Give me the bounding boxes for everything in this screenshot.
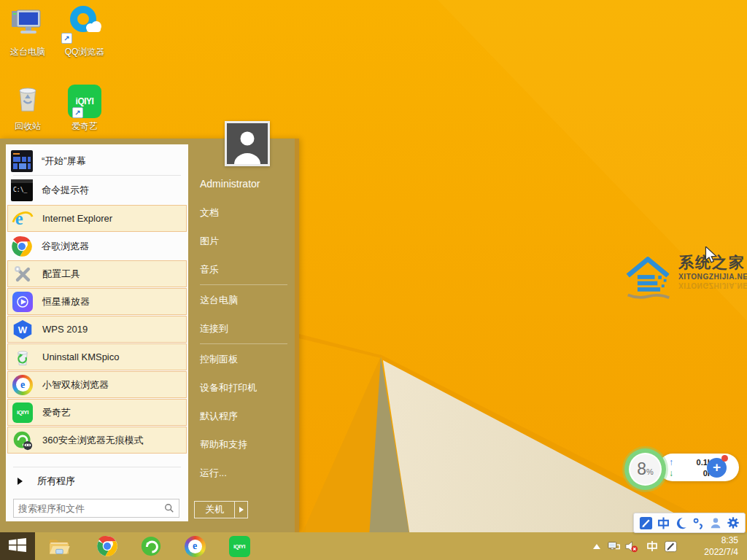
memory-usage-ball[interactable]: 8% — [624, 448, 666, 490]
ime-input-pen-icon[interactable] — [638, 516, 653, 530]
svg-text:W: W — [18, 324, 28, 335]
taskbar-chrome[interactable] — [96, 535, 118, 557]
uninstall-trash-icon — [12, 346, 34, 368]
menu-item-connect-to[interactable]: 连接到 — [200, 322, 228, 335]
ime-punctuation-icon[interactable] — [691, 516, 705, 530]
menu-item-documents[interactable]: 文档 — [200, 206, 219, 219]
start-menu-item-wps-2019[interactable]: W WPS 2019 — [7, 316, 187, 343]
menu-item-default-programs[interactable]: 默认程序 — [200, 410, 238, 423]
volume-muted-tray-icon[interactable] — [624, 532, 638, 560]
desktop-icon-recycle-bin[interactable]: 回收站 — [0, 82, 55, 133]
ime-toolbar — [633, 513, 746, 533]
percent-sign: % — [646, 467, 654, 476]
menu-divider — [200, 284, 287, 285]
taskbar-file-explorer[interactable] — [48, 535, 70, 557]
shutdown-button[interactable]: 关机 — [194, 501, 235, 518]
ime-chinese-tray-indicator[interactable] — [645, 532, 659, 560]
menu-item-pictures[interactable]: 图片 — [200, 235, 219, 248]
taskbar-iqiyi[interactable]: iQIYI — [228, 535, 250, 557]
notification-dot — [721, 455, 728, 462]
ime-chinese-mode-icon[interactable] — [656, 516, 670, 530]
search-icon[interactable] — [164, 503, 179, 513]
plus-icon: + — [713, 460, 721, 474]
start-menu-item-config-tools[interactable]: 配置工具 — [7, 260, 187, 287]
user-name[interactable]: Administrator — [200, 178, 260, 191]
right-arrow-icon — [239, 507, 244, 513]
xitongzhijia-logo-icon — [624, 254, 673, 302]
menu-item-control-panel[interactable]: 控制面板 — [200, 353, 238, 366]
start-menu-item-360-incognito[interactable]: 360安全浏览器无痕模式 — [7, 427, 187, 454]
wrench-tools-icon — [12, 263, 34, 285]
iqiyi-icon: iQIYI — [12, 402, 34, 424]
start-menu-item-start-screen[interactable]: “开始”屏幕 — [7, 147, 187, 174]
touch-keyboard-tray-icon[interactable] — [662, 532, 678, 560]
desktop-icon-iqiyi[interactable]: iQIYI ↗ 爱奇艺 — [57, 82, 112, 133]
start-menu-item-iqiyi[interactable]: iQIYI 爱奇艺 — [7, 399, 187, 426]
network-tray-icon[interactable] — [607, 532, 622, 560]
start-menu-item-stellar-player[interactable]: 恒星播放器 — [7, 288, 187, 315]
360-browser-incognito-icon — [12, 429, 34, 451]
mouse-cursor — [705, 246, 719, 266]
start-menu-item-chrome[interactable]: 谷歌浏览器 — [7, 233, 187, 260]
desktop-icon-qq-browser[interactable]: ↗ QQ浏览器 — [57, 7, 112, 58]
svg-text:C:\_: C:\_ — [13, 187, 27, 193]
wps-icon: W — [12, 319, 34, 341]
start-menu: “开始”屏幕 C:\_ 命令提示符 e Internet Explor — [0, 139, 299, 532]
menu-item-help-support[interactable]: 帮助和支持 — [200, 438, 247, 451]
desktop-icon-this-pc[interactable]: 这台电脑 — [0, 7, 55, 58]
shortcut-arrow-icon: ↗ — [61, 33, 72, 44]
start-menu-item-label: 360安全浏览器无痕模式 — [42, 434, 144, 447]
search-input[interactable] — [14, 503, 164, 514]
start-menu-item-label: 小智双核浏览器 — [42, 378, 109, 392]
menu-item-this-pc[interactable]: 这台电脑 — [200, 294, 238, 307]
desktop-icon-label: 爱奇艺 — [57, 120, 112, 133]
chrome-icon — [11, 236, 33, 257]
clock-date: 2022/7/4 — [704, 546, 738, 558]
upload-arrow-icon: ↑ — [669, 457, 673, 467]
all-programs-label: 所有程序 — [37, 475, 75, 488]
command-prompt-icon: C:\_ — [11, 179, 33, 201]
stellar-player-icon — [12, 291, 34, 313]
start-menu-left-panel: “开始”屏幕 C:\_ 命令提示符 e Internet Explor — [6, 144, 188, 521]
show-hidden-icons-button[interactable] — [589, 532, 604, 560]
shutdown-options-button[interactable] — [235, 501, 248, 518]
desktop-screen: 系统之家 XITONGZHIJIA.NET XITONGZHIJIA.NET 这… — [0, 0, 747, 560]
memory-percent: 8 — [637, 461, 646, 478]
search-box — [13, 499, 179, 518]
svg-text:e: e — [15, 209, 23, 228]
taskbar-clock[interactable]: 8:35 2022/7/4 — [704, 534, 738, 558]
iqiyi-icon: iQIYI ↗ — [68, 85, 101, 118]
menu-item-devices-printers[interactable]: 设备和打印机 — [200, 381, 257, 394]
start-menu-item-command-prompt[interactable]: C:\_ 命令提示符 — [7, 176, 187, 203]
watermark-site: XITONGZHIJIA.NET — [678, 273, 747, 281]
taskbar-360-browser[interactable] — [140, 535, 162, 557]
watermark-site-reflection: XITONGZHIJIA.NET — [678, 281, 747, 289]
this-pc-icon — [10, 6, 45, 44]
windows-logo-icon — [9, 538, 26, 555]
start-menu-item-label: 恒星播放器 — [42, 295, 90, 308]
internet-explorer-icon: e — [12, 208, 34, 230]
ime-account-icon[interactable] — [708, 516, 723, 530]
ime-settings-gear-icon[interactable] — [726, 516, 740, 530]
shutdown-control: 关机 — [194, 501, 248, 518]
desktop-icon-label: 这台电脑 — [0, 46, 55, 58]
start-button[interactable] — [0, 532, 35, 560]
qq-browser-icon: ↗ — [66, 4, 103, 44]
download-arrow-icon: ↓ — [669, 468, 673, 478]
desktop-icon-label: 回收站 — [0, 120, 55, 133]
start-menu-item-label: 爱奇艺 — [42, 406, 71, 419]
taskbar-xiaozhi-browser[interactable]: e — [184, 535, 206, 557]
menu-item-music[interactable]: 音乐 — [200, 263, 219, 276]
taskbar: e iQIYI — [0, 532, 747, 560]
all-programs-button[interactable]: 所有程序 — [7, 470, 187, 492]
menu-item-run[interactable]: 运行... — [200, 467, 227, 480]
start-menu-item-label: WPS 2019 — [42, 324, 88, 335]
shortcut-arrow-icon: ↗ — [72, 107, 83, 118]
recycle-bin-icon — [11, 80, 44, 118]
user-avatar[interactable] — [225, 121, 270, 166]
ime-fullwidth-moon-icon[interactable] — [673, 516, 688, 530]
start-menu-item-uninstall-kmspico[interactable]: Uninstall KMSpico — [7, 343, 187, 370]
start-menu-item-xiaozhi-browser[interactable]: e 小智双核浏览器 — [7, 371, 187, 398]
start-menu-item-label: Uninstall KMSpico — [42, 351, 120, 362]
start-menu-item-internet-explorer[interactable]: e Internet Explorer — [7, 205, 187, 232]
